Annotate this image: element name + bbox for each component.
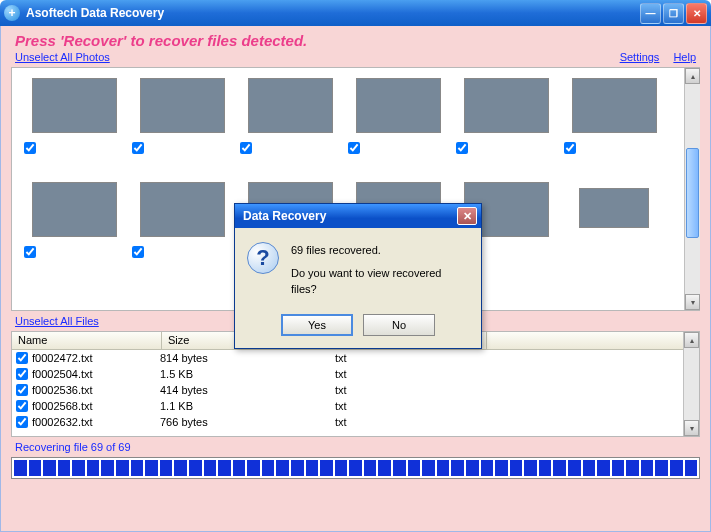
photo-thumbnail	[464, 78, 549, 133]
file-scrollbar[interactable]: ▴ ▾	[683, 332, 699, 436]
file-checkbox[interactable]	[16, 416, 28, 428]
photo-item[interactable]	[344, 76, 452, 176]
dialog-line2: Do you want to view recovered files?	[291, 265, 469, 298]
help-link[interactable]: Help	[673, 51, 696, 63]
dialog-message: 69 files recovered. Do you want to view …	[291, 242, 469, 298]
file-name: f0002472.txt	[32, 352, 160, 364]
file-ext: txt	[335, 352, 485, 364]
file-row[interactable]: f0002472.txt 814 bytes txt	[12, 350, 699, 366]
unselect-all-files-link[interactable]: Unselect All Files	[15, 315, 99, 327]
col-spacer	[487, 332, 699, 349]
photo-item[interactable]	[236, 76, 344, 176]
dialog-titlebar: Data Recovery ✕	[235, 204, 481, 228]
photo-thumbnail	[572, 78, 657, 133]
photo-checkbox[interactable]	[132, 142, 144, 154]
file-ext: txt	[335, 384, 485, 396]
file-row[interactable]: f0002632.txt 766 bytes txt	[12, 414, 699, 430]
photo-checkbox[interactable]	[564, 142, 576, 154]
photo-thumbnail	[356, 78, 441, 133]
photo-checkbox[interactable]	[456, 142, 468, 154]
photo-thumbnail	[140, 78, 225, 133]
window-titlebar: + Asoftech Data Recovery — ❐ ✕	[0, 0, 711, 26]
file-ext: txt	[335, 400, 485, 412]
maximize-button[interactable]: ❐	[663, 3, 684, 24]
dialog-buttons: Yes No	[235, 308, 481, 348]
file-name: f0002632.txt	[32, 416, 160, 428]
col-name[interactable]: Name	[12, 332, 162, 349]
window-title: Asoftech Data Recovery	[26, 6, 640, 20]
no-button[interactable]: No	[363, 314, 435, 336]
photo-item[interactable]	[128, 76, 236, 176]
file-name: f0002536.txt	[32, 384, 160, 396]
file-size: 1.1 KB	[160, 400, 335, 412]
photo-checkbox[interactable]	[348, 142, 360, 154]
dialog-body: ? 69 files recovered. Do you want to vie…	[235, 228, 481, 308]
photo-checkbox[interactable]	[24, 142, 36, 154]
file-name: f0002504.txt	[32, 368, 160, 380]
status-text: Recovering file 69 of 69	[11, 437, 700, 457]
dialog-line1: 69 files recovered.	[291, 242, 469, 259]
window-buttons: — ❐ ✕	[640, 3, 707, 24]
scroll-thumb[interactable]	[686, 148, 699, 238]
photo-thumbnail	[32, 78, 117, 133]
file-rows: f0002472.txt 814 bytes txt f0002504.txt …	[12, 350, 699, 430]
file-row[interactable]: f0002568.txt 1.1 KB txt	[12, 398, 699, 414]
photo-thumbnail	[140, 182, 225, 237]
minimize-button[interactable]: —	[640, 3, 661, 24]
file-size: 766 bytes	[160, 416, 335, 428]
dialog-title: Data Recovery	[239, 209, 457, 223]
yes-button[interactable]: Yes	[281, 314, 353, 336]
photo-checkbox[interactable]	[132, 246, 144, 258]
file-ext: txt	[335, 368, 485, 380]
progress-bar	[11, 457, 700, 479]
file-checkbox[interactable]	[16, 352, 28, 364]
photo-thumbnail	[248, 78, 333, 133]
scroll-down-icon[interactable]: ▾	[684, 420, 699, 436]
scroll-up-icon[interactable]: ▴	[685, 68, 700, 84]
photo-thumbnail	[32, 182, 117, 237]
close-button[interactable]: ✕	[686, 3, 707, 24]
file-checkbox[interactable]	[16, 400, 28, 412]
app-icon: +	[4, 5, 20, 21]
dialog-close-button[interactable]: ✕	[457, 207, 477, 225]
scroll-up-icon[interactable]: ▴	[684, 332, 699, 348]
photo-scrollbar[interactable]: ▴ ▾	[684, 68, 700, 310]
photo-item[interactable]	[128, 180, 236, 280]
photo-thumbnail	[579, 188, 649, 228]
file-name: f0002568.txt	[32, 400, 160, 412]
settings-link[interactable]: Settings	[620, 51, 660, 63]
file-checkbox[interactable]	[16, 368, 28, 380]
file-row[interactable]: f0002536.txt 414 bytes txt	[12, 382, 699, 398]
file-row[interactable]: f0002504.txt 1.5 KB txt	[12, 366, 699, 382]
photo-item[interactable]	[452, 76, 560, 176]
question-icon: ?	[247, 242, 279, 274]
unselect-all-photos-link[interactable]: Unselect All Photos	[15, 51, 110, 63]
photo-checkbox[interactable]	[240, 142, 252, 154]
main-body: Press 'Recover' to recover files detecte…	[0, 26, 711, 532]
recovery-dialog: Data Recovery ✕ ? 69 files recovered. Do…	[234, 203, 482, 349]
photo-item[interactable]	[20, 180, 128, 280]
scroll-down-icon[interactable]: ▾	[685, 294, 700, 310]
photo-item[interactable]	[20, 76, 128, 176]
file-size: 1.5 KB	[160, 368, 335, 380]
file-ext: txt	[335, 416, 485, 428]
instruction-text: Press 'Recover' to recover files detecte…	[11, 30, 700, 51]
photo-item[interactable]	[560, 180, 668, 280]
file-checkbox[interactable]	[16, 384, 28, 396]
top-link-row: Unselect All Photos Settings Help	[11, 51, 700, 67]
photo-item[interactable]	[560, 76, 668, 176]
file-size: 414 bytes	[160, 384, 335, 396]
photo-checkbox[interactable]	[24, 246, 36, 258]
file-size: 814 bytes	[160, 352, 335, 364]
